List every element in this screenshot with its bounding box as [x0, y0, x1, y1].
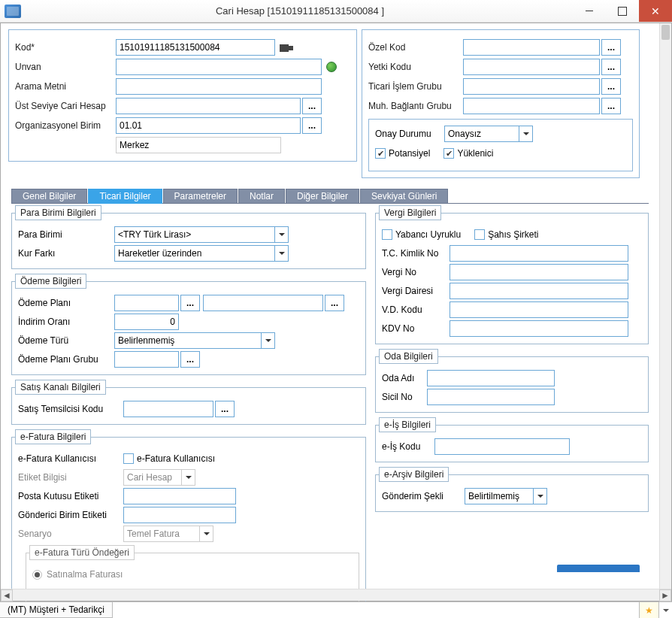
arama-input[interactable] [116, 78, 322, 95]
temsilci-input[interactable] [123, 401, 213, 417]
odemeplani-label: Ödeme Planı [18, 298, 114, 308]
odeme-group: Ödeme Bilgileri Ödeme Planı ... ... İndi… [11, 274, 366, 375]
earsiv-legend: e-Arşiv Bilgileri [379, 467, 449, 482]
vdkodu-input[interactable] [450, 301, 628, 318]
yabanci-label: Yabancı Uyruklu [395, 229, 461, 240]
efatura-group: e-Fatura Bilgileri e-Fatura Kullanıcısı … [11, 429, 366, 614]
onay-select[interactable]: Onaysız [444, 126, 533, 142]
vergino-label: Vergi No [382, 267, 450, 277]
temsilci-lookup-button[interactable]: ... [215, 401, 235, 417]
efatura-legend: e-Fatura Bilgileri [15, 429, 91, 444]
ustseviye-lookup-button[interactable]: ... [302, 98, 322, 114]
tab-sevkiyat[interactable]: Sevkiyat Günleri [360, 189, 448, 204]
vergidairesi-input[interactable] [450, 283, 628, 299]
ozelkod-input[interactable] [463, 39, 600, 56]
tab-ticari[interactable]: Ticari Bilgiler [88, 189, 162, 204]
posta-input[interactable] [123, 488, 236, 504]
ticariislem-lookup-button[interactable]: ... [601, 78, 621, 95]
close-button[interactable]: ✕ [639, 0, 672, 22]
senaryo-label: Senaryo [18, 529, 123, 539]
odaadi-label: Oda Adı [382, 373, 427, 383]
eis-group: e-İş Bilgileri e-İş Kodu [375, 417, 649, 462]
gonderim-select[interactable]: Belirtilmemiş [465, 488, 547, 504]
minimize-button[interactable] [573, 0, 606, 22]
oda-legend: Oda Bilgileri [379, 349, 438, 364]
unvan-label: Unvan [15, 62, 116, 72]
unvan-input[interactable] [116, 59, 322, 75]
header-right-panel: Özel Kod ... Yetki Kodu ... Ticari İşlem… [362, 29, 640, 178]
satinalma-radio [32, 570, 42, 580]
tckimlik-label: T.C. Kimlik No [382, 248, 450, 259]
efatura-kullanici-chk-label: e-Fatura Kullanıcısı [137, 453, 215, 464]
kod-input[interactable] [116, 39, 275, 56]
odemeplani-input[interactable] [114, 295, 179, 311]
partial-button[interactable] [557, 565, 640, 572]
yuklenici-label: Yüklenici [457, 148, 493, 159]
odemeturu-select[interactable]: Belirlenmemiş [114, 332, 275, 349]
vergi-group: Vergi Bilgileri Yabancı Uyruklu Şahıs Şi… [375, 205, 649, 344]
vertical-scrollbar[interactable] [659, 23, 671, 589]
vergino-input[interactable] [450, 264, 628, 280]
satis-legend: Satış Kanalı Bilgileri [15, 380, 106, 395]
window-title: Cari Hesap [15101911185131500084 ] [27, 5, 573, 17]
yetkikodu-lookup-button[interactable]: ... [601, 59, 621, 75]
orgbirim-input[interactable] [116, 117, 301, 134]
odemegrubu-input[interactable] [114, 351, 179, 368]
tab-diger[interactable]: Diğer Bilgiler [286, 189, 359, 204]
ustseviye-input[interactable] [116, 98, 301, 114]
sahis-checkbox[interactable] [474, 229, 485, 240]
gonderici-input[interactable] [123, 507, 236, 523]
eis-legend: e-İş Bilgileri [379, 417, 436, 432]
scroll-right-button[interactable]: ► [659, 589, 671, 601]
odaadi-input[interactable] [427, 370, 555, 386]
tckimlik-input[interactable] [450, 245, 628, 262]
kod-label: Kod* [15, 42, 116, 53]
etiket-label: Etiket Bilgisi [18, 472, 123, 483]
yetkikodu-input[interactable] [463, 59, 600, 75]
yabanci-checkbox[interactable] [382, 229, 392, 240]
status-tab[interactable]: (MT) Müşteri + Tedarikçi [0, 602, 113, 618]
muhbag-label: Muh. Bağlantı Grubu [368, 101, 463, 111]
scroll-left-button[interactable]: ◄ [1, 589, 13, 601]
vergi-legend: Vergi Bilgileri [379, 205, 441, 220]
parabirimi-select[interactable]: <TRY Türk Lirası> [114, 226, 289, 243]
potansiyel-label: Potansiyel [389, 148, 430, 159]
indirim-input[interactable] [114, 314, 179, 330]
favorite-button[interactable]: ★ [639, 602, 658, 618]
odemeplani-lookup-button[interactable]: ... [180, 295, 200, 311]
header-left-panel: Kod* Unvan Arama Metni Üst Seviye Cari H… [8, 29, 357, 162]
odemeplani-desc-lookup-button[interactable]: ... [325, 295, 344, 311]
ticariislem-input[interactable] [463, 78, 600, 95]
parabirimi-legend: Para Birimi Bilgileri [15, 205, 101, 220]
camera-icon[interactable] [280, 41, 293, 53]
globe-icon[interactable] [326, 62, 337, 72]
horizontal-scrollbar[interactable]: ◄ ► [1, 589, 671, 601]
orgbirim-lookup-button[interactable]: ... [302, 117, 322, 134]
orgbirim-label: Organizasyonel Birim [15, 120, 116, 131]
vergidairesi-label: Vergi Dairesi [382, 286, 450, 296]
status-menu-button[interactable] [658, 602, 672, 618]
muhbag-input[interactable] [463, 98, 600, 114]
muhbag-lookup-button[interactable]: ... [601, 98, 621, 114]
sicil-label: Sicil No [382, 392, 427, 402]
eiskodu-input[interactable] [434, 438, 570, 455]
parabirimi-group: Para Birimi Bilgileri Para Birimi <TRY T… [11, 205, 366, 269]
arama-label: Arama Metni [15, 81, 116, 92]
odemegrubu-label: Ödeme Planı Grubu [18, 354, 114, 365]
odemeplani-desc-input[interactable] [203, 295, 323, 311]
sicil-input[interactable] [427, 389, 555, 405]
kdvno-input[interactable] [450, 320, 628, 337]
yuklenici-checkbox[interactable] [443, 148, 454, 159]
efatura-kullanici-checkbox[interactable] [123, 453, 134, 464]
kurfarki-select[interactable]: Hareketler üzerinden [114, 245, 289, 262]
tab-genel[interactable]: Genel Bilgiler [11, 189, 87, 204]
potansiyel-checkbox[interactable] [375, 148, 386, 159]
etiket-select: Cari Hesap [123, 469, 195, 486]
ozelkod-lookup-button[interactable]: ... [601, 39, 621, 56]
app-icon [5, 5, 21, 18]
odemegrubu-lookup-button[interactable]: ... [180, 351, 200, 368]
posta-label: Posta Kutusu Etiketi [18, 491, 123, 501]
tab-notlar[interactable]: Notlar [238, 189, 285, 204]
maximize-button[interactable] [606, 0, 639, 22]
tab-parametreler[interactable]: Parametreler [163, 189, 238, 204]
